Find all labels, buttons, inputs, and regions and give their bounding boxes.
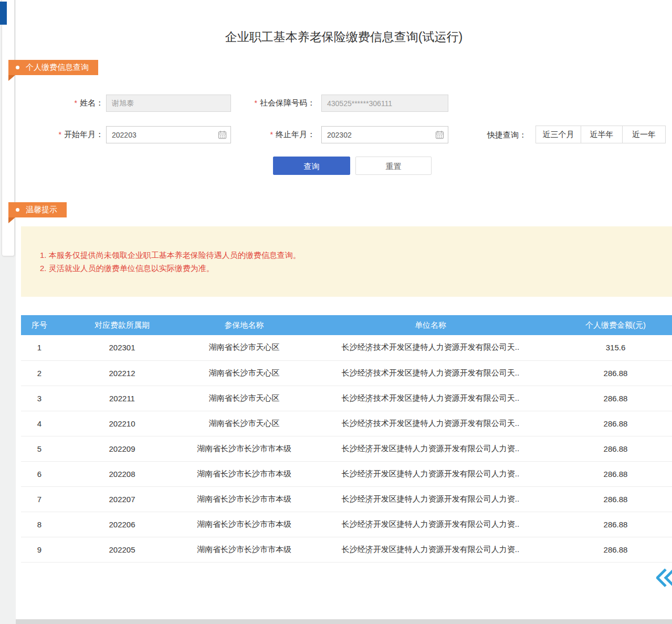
start-month-label: *开始年月： <box>32 126 103 143</box>
required-mark: * <box>59 130 61 139</box>
table-cell: 湖南省长沙市长沙市市本级 <box>186 436 302 461</box>
end-month-picker[interactable] <box>321 126 448 143</box>
tips-line-1: 1. 本服务仅提供尚未领取企业职工基本养老保险待遇人员的缴费信息查询。 <box>21 226 672 262</box>
table-row: 5202209湖南省长沙市长沙市市本级长沙经济开发区捷特人力资源开发有限公司人力… <box>21 436 672 461</box>
table-cell: 202212 <box>58 360 186 386</box>
payment-table-body: 1202301湖南省长沙市天心区长沙经济技术开发区捷特人力资源开发有限公司天..… <box>21 335 672 562</box>
table-cell: 湖南省长沙市长沙市市本级 <box>186 461 302 486</box>
payment-table-header: 序号 对应费款所属期 参保地名称 单位名称 个人缴费金额(元) <box>21 315 672 335</box>
table-cell: 286.88 <box>559 436 672 461</box>
quick-query-3months[interactable]: 近三个月 <box>536 126 581 143</box>
table-cell: 6 <box>21 461 58 486</box>
table-cell: 202207 <box>58 486 186 512</box>
section-badge-query: 个人缴费信息查询 <box>8 60 98 75</box>
table-cell: 202208 <box>58 461 186 486</box>
quick-query-label: 快捷查询： <box>487 126 527 143</box>
table-cell: 湖南省长沙市天心区 <box>186 386 302 411</box>
calendar-icon[interactable] <box>435 130 444 139</box>
section-badge-tips-label: 温馨提示 <box>26 205 57 215</box>
table-cell: 286.88 <box>559 360 672 386</box>
reset-button[interactable]: 重置 <box>355 157 432 175</box>
table-cell: 286.88 <box>559 411 672 436</box>
query-button[interactable]: 查询 <box>273 157 350 175</box>
required-mark: * <box>270 130 273 139</box>
header-period: 对应费款所属期 <box>58 315 186 335</box>
tips-notice-box: 1. 本服务仅提供尚未领取企业职工基本养老保险待遇人员的缴费信息查询。 2. 灵… <box>21 226 672 297</box>
table-cell: 9 <box>21 537 58 562</box>
table-row: 9202205湖南省长沙市长沙市市本级长沙经济开发区捷特人力资源开发有限公司人力… <box>21 537 672 562</box>
table-cell: 5 <box>21 436 58 461</box>
table-row: 1202301湖南省长沙市天心区长沙经济技术开发区捷特人力资源开发有限公司天..… <box>21 335 672 360</box>
end-month-label: *终止年月： <box>226 126 315 143</box>
table-cell: 湖南省长沙市长沙市市本级 <box>186 486 302 512</box>
table-cell: 长沙经济技术开发区捷特人力资源开发有限公司天.. <box>302 335 559 360</box>
table-cell: 长沙经济开发区捷特人力资源开发有限公司人力资.. <box>302 512 559 537</box>
table-cell: 286.88 <box>559 486 672 512</box>
ssn-field <box>321 95 448 112</box>
chevron-double-left-icon[interactable] <box>656 567 672 588</box>
table-row: 4202210湖南省长沙市天心区长沙经济技术开发区捷特人力资源开发有限公司天..… <box>21 411 672 436</box>
quick-query-halfyear[interactable]: 近半年 <box>581 126 623 143</box>
table-cell: 3 <box>21 386 58 411</box>
table-cell: 286.88 <box>559 512 672 537</box>
table-cell: 202301 <box>58 335 186 360</box>
table-cell: 长沙经济技术开发区捷特人力资源开发有限公司天.. <box>302 360 559 386</box>
section-badge-tips: 温馨提示 <box>8 202 67 217</box>
tips-line-2: 2. 灵活就业人员的缴费单位信息以实际缴费为准。 <box>21 262 672 275</box>
table-cell: 202211 <box>58 386 186 411</box>
table-cell: 8 <box>21 512 58 537</box>
ribbon-fold <box>8 217 15 223</box>
bottom-divider <box>16 619 672 624</box>
table-cell: 长沙经济开发区捷特人力资源开发有限公司人力资.. <box>302 461 559 486</box>
table-row: 6202208湖南省长沙市长沙市市本级长沙经济开发区捷特人力资源开发有限公司人力… <box>21 461 672 486</box>
table-cell: 286.88 <box>559 386 672 411</box>
required-mark: * <box>75 99 77 107</box>
ssn-label: *社会保障号码： <box>226 95 315 111</box>
table-cell: 315.6 <box>559 335 672 360</box>
table-cell: 湖南省长沙市天心区 <box>186 411 302 436</box>
header-serial: 序号 <box>21 315 58 335</box>
quick-query-year[interactable]: 近一年 <box>622 126 666 143</box>
header-amount: 个人缴费金额(元) <box>559 315 672 335</box>
table-cell: 长沙经济开发区捷特人力资源开发有限公司人力资.. <box>302 537 559 562</box>
table-cell: 湖南省长沙市长沙市市本级 <box>186 512 302 537</box>
table-cell: 1 <box>21 335 58 360</box>
table-cell: 286.88 <box>559 461 672 486</box>
section-badge-query-label: 个人缴费信息查询 <box>26 63 89 72</box>
table-cell: 湖南省长沙市天心区 <box>186 335 302 360</box>
table-cell: 长沙经济开发区捷特人力资源开发有限公司人力资.. <box>302 436 559 461</box>
start-month-picker[interactable] <box>106 126 231 143</box>
table-cell: 202210 <box>58 411 186 436</box>
table-row: 2202212湖南省长沙市天心区长沙经济技术开发区捷特人力资源开发有限公司天..… <box>21 360 672 386</box>
table-cell: 286.88 <box>559 537 672 562</box>
table-row: 7202207湖南省长沙市长沙市市本级长沙经济开发区捷特人力资源开发有限公司人力… <box>21 486 672 512</box>
table-cell: 湖南省长沙市长沙市市本级 <box>186 537 302 562</box>
name-field <box>106 95 231 112</box>
table-cell: 湖南省长沙市天心区 <box>186 360 302 386</box>
required-mark: * <box>255 99 257 107</box>
name-label: *姓名： <box>32 95 103 111</box>
table-cell: 4 <box>21 411 58 436</box>
table-row: 8202206湖南省长沙市长沙市市本级长沙经济开发区捷特人力资源开发有限公司人力… <box>21 512 672 537</box>
table-cell: 长沙经济技术开发区捷特人力资源开发有限公司天.. <box>302 386 559 411</box>
table-cell: 202206 <box>58 512 186 537</box>
page-title: 企业职工基本养老保险缴费信息查询(试运行) <box>16 29 672 45</box>
payment-table: 序号 对应费款所属期 参保地名称 单位名称 个人缴费金额(元) 1202301湖… <box>21 315 672 563</box>
table-cell: 202205 <box>58 537 186 562</box>
header-unit-name: 单位名称 <box>302 315 559 335</box>
header-insured-place: 参保地名称 <box>186 315 302 335</box>
table-cell: 长沙经济开发区捷特人力资源开发有限公司人力资.. <box>302 486 559 512</box>
ribbon-fold <box>8 75 15 81</box>
table-row: 3202211湖南省长沙市天心区长沙经济技术开发区捷特人力资源开发有限公司天..… <box>21 386 672 411</box>
table-cell: 7 <box>21 486 58 512</box>
bullet-dot-icon <box>16 66 19 69</box>
bullet-dot-icon <box>16 208 19 212</box>
end-month-input[interactable] <box>321 126 448 143</box>
start-month-input[interactable] <box>106 126 231 143</box>
side-panel-tab[interactable] <box>0 2 7 25</box>
table-cell: 202209 <box>58 436 186 461</box>
table-cell: 2 <box>21 360 58 386</box>
table-cell: 长沙经济技术开发区捷特人力资源开发有限公司天.. <box>302 411 559 436</box>
